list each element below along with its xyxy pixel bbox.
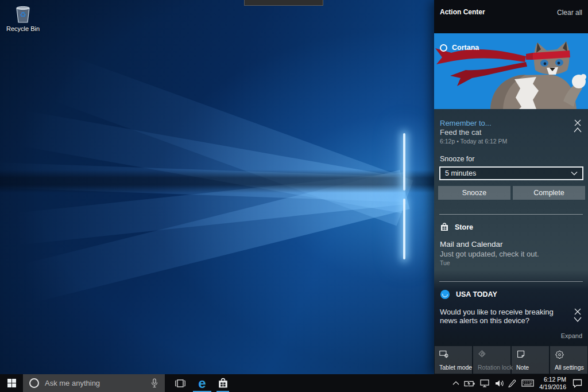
expand-link[interactable]: Expand (561, 332, 582, 339)
cortana-app-name: Cortana (452, 44, 479, 52)
start-button[interactable] (0, 374, 23, 392)
hidden-window-titlebar[interactable] (244, 0, 323, 6)
rotation-lock-tile[interactable]: Rotation lock (473, 346, 510, 374)
usatoday-notification-body: Would you like to receive breaking news … (440, 308, 565, 325)
cortana-notification-card[interactable]: Cortana (434, 33, 588, 109)
quick-action-label: Tablet mode (439, 364, 472, 371)
taskbar-clock[interactable]: 6:12 PM 4/19/2016 (533, 376, 566, 390)
keyboard-icon (521, 379, 534, 387)
recycle-bin-shortcut[interactable]: ♻ Recycle Bin (2, 3, 44, 32)
snooze-button[interactable]: Snooze (438, 186, 510, 200)
close-icon[interactable] (574, 308, 581, 315)
pen-icon (508, 379, 516, 387)
clear-all-button[interactable]: Clear all (557, 9, 582, 17)
quick-action-label: Note (516, 364, 529, 371)
usatoday-logo-icon (440, 290, 450, 299)
task-view-icon (175, 379, 185, 387)
chevron-down-icon (571, 171, 578, 176)
store-taskbar-button[interactable] (214, 374, 232, 392)
reminder-body: Feed the cat (440, 128, 481, 137)
recycle-bin-label: Recycle Bin (2, 25, 44, 32)
task-view-button[interactable] (170, 374, 191, 392)
all-settings-tile[interactable]: All settings (550, 346, 587, 374)
store-icon (440, 223, 448, 231)
taskbar: Ask me anything e (0, 374, 588, 392)
store-notification-timestamp: Tue (440, 259, 450, 266)
clock-time: 6:12 PM (533, 376, 566, 383)
chevron-up-icon (452, 381, 459, 385)
action-center-panel: Action Center Clear all (434, 0, 588, 374)
svg-text:♻: ♻ (20, 10, 26, 19)
battery-tray-button[interactable] (462, 374, 477, 392)
network-tray-button[interactable] (477, 374, 492, 392)
search-placeholder: Ask me anything (45, 379, 151, 387)
quick-action-label: All settings (555, 364, 584, 371)
microphone-icon[interactable] (151, 378, 158, 388)
speaker-icon (495, 379, 504, 387)
usatoday-notification-card[interactable]: USA TODAY Would you like to receive brea… (434, 281, 588, 346)
recycle-bin-icon: ♻ (13, 3, 33, 24)
action-center-header: Action Center Clear all (434, 0, 588, 33)
gear-icon (555, 350, 564, 359)
clock-date: 4/19/2016 (533, 383, 566, 391)
store-app-name: Store (455, 223, 473, 231)
store-notification-title: Mail and Calendar (440, 240, 503, 249)
tray-overflow-button[interactable] (450, 374, 462, 392)
reminder-buttons: Snooze Complete (438, 186, 585, 200)
quick-actions-row: Tablet mode Rotation lock Note All setti… (435, 346, 587, 374)
note-icon (516, 350, 526, 359)
snooze-duration-value: 5 minutes (445, 169, 571, 177)
chevron-down-icon[interactable] (574, 317, 582, 322)
edge-icon: e (198, 376, 206, 391)
action-center-title: Action Center (440, 8, 485, 16)
cortana-icon (440, 44, 447, 52)
cortana-search-box[interactable]: Ask me anything (23, 374, 165, 392)
usatoday-app-name: USA TODAY (456, 290, 497, 298)
rotation-lock-icon (478, 350, 488, 359)
store-app-row: Store (440, 223, 473, 231)
cortana-app-row: Cortana (440, 44, 479, 52)
tablet-mode-tile[interactable]: Tablet mode (435, 346, 472, 374)
close-icon[interactable] (574, 119, 581, 126)
battery-charging-icon (464, 380, 475, 387)
edge-taskbar-button[interactable]: e (192, 374, 212, 392)
snooze-for-label: Snooze for (440, 155, 474, 163)
snooze-duration-select[interactable]: 5 minutes (439, 166, 583, 180)
windows-logo-icon (7, 379, 16, 387)
usatoday-app-row: USA TODAY (440, 290, 497, 299)
ethernet-network-icon (479, 379, 490, 387)
tablet-mode-icon (439, 350, 449, 359)
action-center-tray-button[interactable] (568, 374, 586, 392)
reminder-card: Remember to... Feed the cat 6:12p • Toda… (434, 109, 588, 214)
store-icon (218, 378, 228, 389)
complete-button[interactable]: Complete (513, 186, 585, 200)
quick-action-label: Rotation lock (478, 364, 513, 371)
note-tile[interactable]: Note (512, 346, 549, 374)
store-notification-body: Just got updated, check it out. (440, 250, 539, 258)
chevron-up-icon[interactable] (574, 127, 582, 133)
cortana-ring-icon (29, 378, 39, 388)
store-notification-card[interactable]: Store Mail and Calendar Just got updated… (434, 214, 588, 281)
reminder-title: Remember to... (440, 119, 492, 127)
notification-bubble-icon (572, 379, 582, 388)
pen-tray-button[interactable] (504, 374, 519, 392)
reminder-timestamp: 6:12p • Today at 6:12 PM (440, 138, 507, 145)
